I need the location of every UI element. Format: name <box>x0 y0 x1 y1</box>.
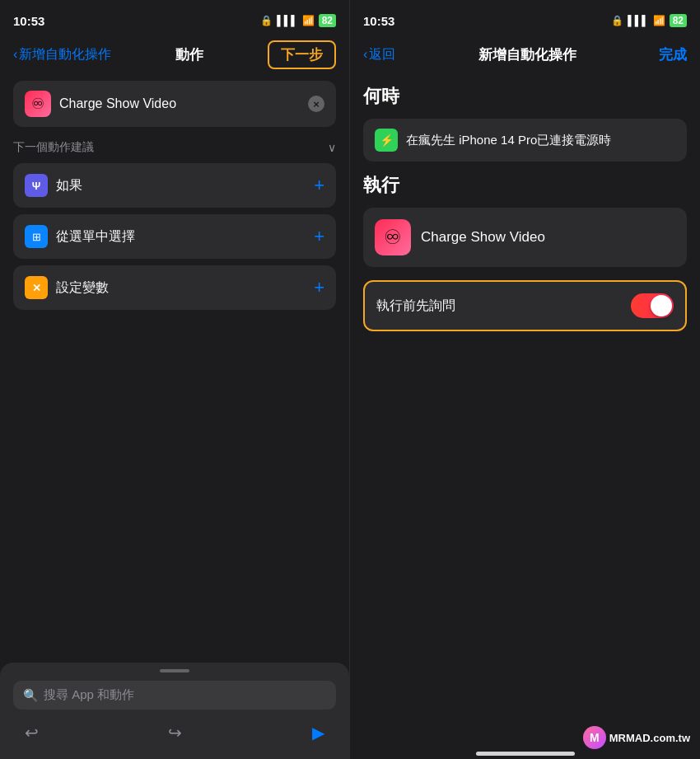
execute-app-icon: ♾ <box>375 219 411 255</box>
variable-icon: ✕ <box>25 276 48 299</box>
ask-before-run-toggle[interactable] <box>631 293 674 318</box>
if-icon: Ψ <box>25 174 48 197</box>
nav-title-right: 新增自動化操作 <box>478 45 576 64</box>
selected-action-item[interactable]: ♾ Charge Show Video × <box>13 81 336 127</box>
status-bar-left: 10:53 🔒 ▌▌▌ 📶 82 <box>0 0 349 36</box>
condition-item[interactable]: ⚡ 在瘋先生 iPhone 14 Pro已連接電源時 <box>363 119 687 162</box>
suggestion-text-menu: 從選單中選擇 <box>56 228 135 246</box>
when-heading: 何時 <box>350 76 700 115</box>
nav-bar-left: ‹ 新增自動化操作 動作 下一步 <box>0 36 349 76</box>
signal-icon-right: ▌▌▌ <box>628 15 649 26</box>
wifi-icon-left: 📶 <box>302 15 315 26</box>
suggestion-item-left-if: Ψ 如果 <box>25 174 82 197</box>
status-time-right: 10:53 <box>363 14 394 28</box>
suggestions-label: 下一個動作建議 <box>13 140 94 155</box>
toggle-knob <box>651 295 672 316</box>
status-time-left: 10:53 <box>13 14 44 28</box>
back-button-right[interactable]: ‹ 返回 <box>363 46 395 63</box>
nav-bar-right: ‹ 返回 新增自動化操作 完成 <box>350 36 700 76</box>
sheet-search-bar[interactable]: 🔍 搜尋 App 和動作 <box>13 681 336 710</box>
search-icon: 🔍 <box>23 688 39 703</box>
suggestion-item-if[interactable]: Ψ 如果 + <box>13 163 336 208</box>
toggle-label: 執行前先詢問 <box>376 298 455 315</box>
add-variable-button[interactable]: + <box>314 277 324 298</box>
status-bar-right: 10:53 🔒 ▌▌▌ 📶 82 <box>350 0 700 36</box>
wifi-icon-right: 📶 <box>653 15 665 26</box>
action-title: Charge Show Video <box>59 96 176 111</box>
suggestion-item-menu[interactable]: ⊞ 從選單中選擇 + <box>13 214 336 259</box>
signal-icon-left: ▌▌▌ <box>277 15 298 26</box>
back-button-left[interactable]: ‹ 新增自動化操作 <box>13 46 111 63</box>
back-label-right: 返回 <box>369 46 395 63</box>
watermark-text: MRMAD.com.tw <box>609 732 690 744</box>
suggestion-text-variable: 設定變數 <box>56 279 109 297</box>
execute-app-name: Charge Show Video <box>421 229 545 246</box>
back-label-left: 新增自動化操作 <box>19 46 111 63</box>
chevron-down-icon[interactable]: ∨ <box>328 141 336 154</box>
suggestion-text-if: 如果 <box>56 177 82 194</box>
lightning-icon: ⚡ <box>380 134 394 147</box>
watermark: M MRMAD.com.tw <box>583 726 690 749</box>
watermark-logo: M <box>583 726 606 749</box>
charging-icon: ⚡ <box>375 129 398 152</box>
left-panel: 10:53 🔒 ▌▌▌ 📶 82 ‹ 新增自動化操作 動作 下一步 ♾ Char… <box>0 0 350 759</box>
execute-heading: 執行 <box>350 165 700 204</box>
nav-title-left: 動作 <box>175 45 203 64</box>
play-button[interactable]: ▶ <box>303 718 333 747</box>
menu-icon: ⊞ <box>25 225 48 248</box>
right-panel: 10:53 🔒 ▌▌▌ 📶 82 ‹ 返回 新增自動化操作 完成 何時 ⚡ 在瘋… <box>350 0 700 759</box>
close-icon: × <box>313 98 320 110</box>
redo-button[interactable]: ↪ <box>160 718 189 747</box>
sheet-handle <box>160 669 189 672</box>
add-if-button[interactable]: + <box>314 175 324 196</box>
chevron-left-icon-right: ‹ <box>363 47 367 62</box>
sheet-toolbar: ↩ ↪ ▶ <box>13 710 336 751</box>
chevron-left-icon-left: ‹ <box>13 47 17 62</box>
next-button[interactable]: 下一步 <box>268 40 336 69</box>
lock-icon-right: 🔒 <box>611 15 623 26</box>
remove-action-button[interactable]: × <box>308 96 324 112</box>
action-item-left: ♾ Charge Show Video <box>25 91 176 117</box>
battery-badge-left: 82 <box>319 14 336 27</box>
undo-button[interactable]: ↩ <box>16 718 46 747</box>
ask-before-run-row[interactable]: 執行前先詢問 <box>363 280 687 331</box>
execute-item[interactable]: ♾ Charge Show Video <box>363 208 687 267</box>
suggestions-section-header: 下一個動作建議 ∨ <box>0 132 349 160</box>
search-placeholder: 搜尋 App 和動作 <box>44 687 134 703</box>
suggestion-item-left-variable: ✕ 設定變數 <box>25 276 109 299</box>
battery-badge-right: 82 <box>670 14 687 27</box>
suggestion-item-left-menu: ⊞ 從選單中選擇 <box>25 225 135 248</box>
suggestion-item-variable[interactable]: ✕ 設定變數 + <box>13 265 336 310</box>
home-indicator-right <box>476 752 575 756</box>
add-menu-button[interactable]: + <box>314 226 324 247</box>
charge-show-video-icon: ♾ <box>25 91 51 117</box>
done-button[interactable]: 完成 <box>659 45 687 64</box>
bottom-sheet: 🔍 搜尋 App 和動作 ↩ ↪ ▶ <box>0 663 349 759</box>
status-icons-right: 🔒 ▌▌▌ 📶 82 <box>611 14 687 27</box>
condition-text: 在瘋先生 iPhone 14 Pro已連接電源時 <box>406 133 611 148</box>
status-icons-left: 🔒 ▌▌▌ 📶 82 <box>260 14 336 27</box>
lock-icon-left: 🔒 <box>260 15 273 26</box>
